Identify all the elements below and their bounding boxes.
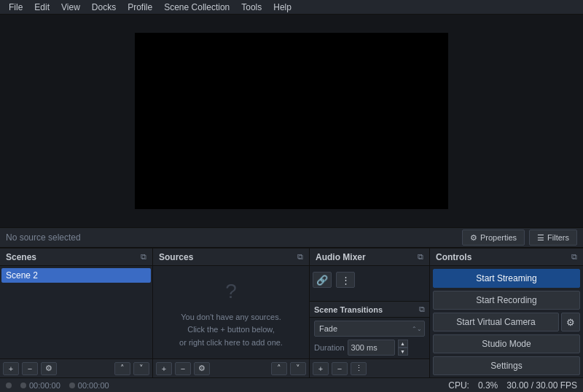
menu-edit[interactable]: Edit [28, 0, 55, 15]
transition-dots-button[interactable]: ⋮ [351, 362, 367, 375]
duration-down-button[interactable]: ▼ [398, 348, 408, 356]
transitions-toolbar: + − ⋮ [310, 358, 429, 377]
remove-source-button[interactable]: − [175, 362, 191, 375]
scene-settings-button[interactable]: ⚙ [41, 362, 57, 375]
no-source-label: No source selected [6, 232, 458, 243]
filters-label: Filters [547, 233, 569, 242]
audio-dots-button[interactable]: ⋮ [336, 272, 355, 288]
remove-transition-button[interactable]: − [332, 362, 348, 375]
main-container: No source selected ⚙ Properties ☰ Filter… [0, 15, 583, 392]
status-connection [6, 383, 12, 388]
status-right: CPU: 0.3% 30.00 / 30.00 FPS [448, 380, 577, 391]
transitions-section: Scene Transitions ⧉ Fade Duration ▲ [310, 301, 429, 377]
scenes-list: Scene 2 [0, 266, 152, 358]
menu-tools[interactable]: Tools [235, 0, 267, 15]
time1-dot [20, 383, 26, 388]
source-settings-button[interactable]: ⚙ [194, 362, 210, 375]
fade-select-wrapper: Fade [314, 321, 425, 337]
properties-gear-icon: ⚙ [470, 233, 477, 243]
cpu-value: 0.3% [478, 380, 498, 391]
add-transition-button[interactable]: + [313, 362, 329, 375]
menubar: File Edit View Docks Profile Scene Colle… [0, 0, 583, 15]
preview-area [0, 15, 583, 227]
start-virtual-camera-button[interactable]: Start Virtual Camera [433, 313, 559, 332]
menu-docks[interactable]: Docks [86, 0, 122, 15]
scene-item[interactable]: Scene 2 [1, 268, 151, 283]
audio-link-button[interactable]: 🔗 [313, 272, 332, 288]
scenes-maximize-icon[interactable]: ⧉ [141, 252, 146, 262]
sources-question-icon: ? [225, 275, 237, 308]
statusbar: 00:00:00 00:00:00 CPU: 0.3% 30.00 / 30.0… [0, 377, 583, 392]
scene-move-up-button[interactable]: ˄ [114, 362, 130, 375]
cpu-label: CPU: [448, 380, 469, 391]
duration-input[interactable] [348, 340, 395, 356]
menu-view[interactable]: View [55, 0, 86, 15]
duration-up-button[interactable]: ▲ [398, 340, 408, 348]
controls-panel-title: Controls [436, 252, 472, 262]
fps-value: 30.00 / 30.00 FPS [506, 380, 577, 391]
audio-maximize-icon[interactable]: ⧉ [418, 252, 423, 262]
menu-help[interactable]: Help [267, 0, 297, 15]
duration-spinner: ▲ ▼ [398, 340, 408, 356]
scenes-panel-header: Scenes ⧉ [0, 248, 152, 266]
preview-canvas [135, 33, 448, 209]
source-move-up-button[interactable]: ˄ [271, 362, 287, 375]
filters-button[interactable]: ☰ Filters [529, 230, 577, 246]
scenes-toolbar: + − ⚙ ˄ ˅ [0, 358, 152, 377]
controls-maximize-icon[interactable]: ⧉ [571, 252, 577, 262]
duration-row: Duration ▲ ▼ [314, 340, 425, 356]
audio-panel-title: Audio Mixer [316, 252, 366, 262]
properties-button[interactable]: ⚙ Properties [462, 230, 525, 246]
scenes-panel-title: Scenes [6, 252, 36, 262]
time1-value: 00:00:00 [29, 381, 60, 390]
add-scene-button[interactable]: + [3, 362, 19, 375]
fade-select[interactable]: Fade [314, 321, 425, 337]
start-streaming-button[interactable]: Start Streaming [433, 269, 580, 288]
sources-toolbar: + − ⚙ ˄ ˅ [153, 358, 309, 377]
menu-file[interactable]: File [3, 0, 28, 15]
virtual-camera-row: Start Virtual Camera ⚙ [433, 313, 580, 332]
source-bar: No source selected ⚙ Properties ☰ Filter… [0, 227, 583, 248]
start-recording-button[interactable]: Start Recording [433, 291, 580, 310]
sources-panel-header: Sources ⧉ [153, 248, 309, 266]
sources-panel-title: Sources [159, 252, 193, 262]
scenes-panel: Scenes ⧉ Scene 2 + − ⚙ ˄ ˅ [0, 248, 153, 377]
properties-label: Properties [480, 233, 517, 242]
controls-content: Start Streaming Start Recording Start Vi… [430, 266, 583, 392]
virtual-camera-settings-button[interactable]: ⚙ [561, 313, 580, 332]
sources-panel: Sources ⧉ ? You don't have any sources. … [153, 248, 310, 377]
scene-move-down-button[interactable]: ˅ [133, 362, 149, 375]
controls-panel-header: Controls ⧉ [430, 248, 583, 266]
panels-container: Scenes ⧉ Scene 2 + − ⚙ ˄ ˅ Sources ⧉ ? [0, 248, 583, 377]
transitions-title: Scene Transitions [314, 305, 383, 314]
transitions-content: Fade Duration ▲ ▼ [310, 318, 429, 358]
remove-scene-button[interactable]: − [22, 362, 38, 375]
time2-dot [69, 383, 75, 388]
status-time1: 00:00:00 [20, 381, 60, 390]
duration-label: Duration [314, 343, 345, 352]
source-move-down-button[interactable]: ˅ [290, 362, 306, 375]
sources-empty-state[interactable]: ? You don't have any sources. Click the … [153, 266, 309, 358]
audio-panel: Audio Mixer ⧉ 🔗 ⋮ Scene Transitions ⧉ [310, 248, 430, 377]
sources-empty-text: You don't have any sources. Click the + … [179, 311, 283, 350]
studio-mode-button[interactable]: Studio Mode [433, 334, 580, 353]
status-time2: 00:00:00 [69, 381, 109, 390]
menu-scene-collection[interactable]: Scene Collection [158, 0, 235, 15]
filters-icon: ☰ [537, 233, 544, 243]
transitions-header: Scene Transitions ⧉ [310, 302, 429, 318]
sources-maximize-icon[interactable]: ⧉ [297, 252, 303, 262]
transitions-maximize-icon[interactable]: ⧉ [419, 305, 425, 314]
time2-value: 00:00:00 [78, 381, 109, 390]
settings-button[interactable]: Settings [433, 356, 580, 375]
connection-dot [6, 383, 12, 388]
add-source-button[interactable]: + [156, 362, 172, 375]
audio-content: 🔗 ⋮ [310, 266, 429, 301]
controls-panel: Controls ⧉ Start Streaming Start Recordi… [430, 248, 583, 377]
audio-controls-row: 🔗 ⋮ [313, 269, 426, 291]
audio-panel-header: Audio Mixer ⧉ [310, 248, 429, 266]
menu-profile[interactable]: Profile [122, 0, 158, 15]
